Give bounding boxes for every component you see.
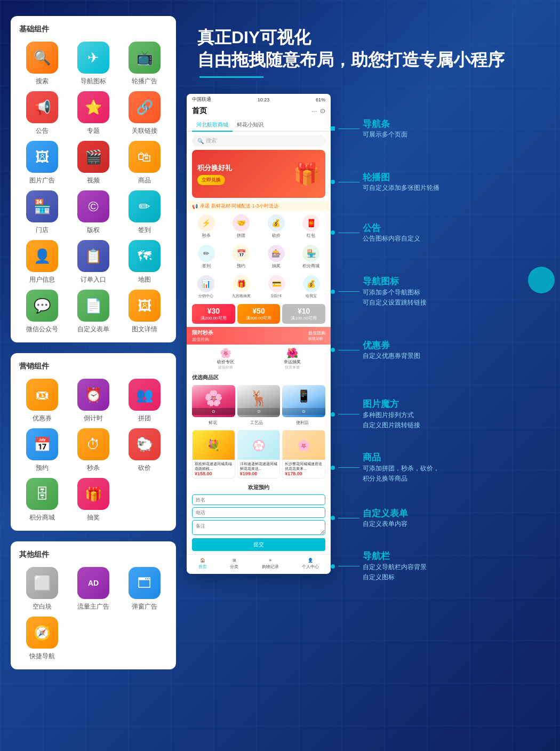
special-chop[interactable]: 🌸 砍价专区 超低价格 <box>217 347 234 370</box>
component-popup[interactable]: 🗔 弹窗广告 <box>122 567 167 611</box>
group-label: 拼团 <box>138 414 151 423</box>
component-imgtext[interactable]: 🖼 图文详情 <box>122 290 167 334</box>
annotation-carousel: 轮播图 可自定义添加多张图片轮播 <box>331 171 439 193</box>
component-booking[interactable]: 📅 预约 <box>19 428 65 473</box>
coupon-10[interactable]: ¥10 满100.00可用 <box>282 304 325 324</box>
component-points[interactable]: 🗄 积分商城 <box>19 478 65 522</box>
search-icon-phone: 🔍 <box>197 138 204 144</box>
phone-lottery-btn[interactable]: 🎰 抽奖 <box>268 245 285 269</box>
component-goods[interactable]: 🛍 商品 <box>122 141 167 185</box>
more-icon[interactable]: ··· <box>311 107 317 115</box>
component-topic[interactable]: ⭐ 专题 <box>70 91 116 135</box>
component-countdown[interactable]: ⏰ 倒计时 <box>70 379 116 423</box>
blank-label: 空白块 <box>33 602 52 611</box>
goods-name-2: 沣和速递鲜花速递同城鲜花花束送... <box>240 461 278 471</box>
marketing-components-grid: 🎟 优惠券 ⏰ 倒计时 👥 拼团 📅 预约 ⏱ 秒杀 <box>19 379 167 522</box>
component-notice[interactable]: 📢 公告 <box>19 91 65 135</box>
form-name-input[interactable] <box>192 494 325 505</box>
magic-flowers[interactable]: 🌸 ⊙ <box>192 385 235 417</box>
component-blank[interactable]: ⬜ 空白块 <box>19 567 65 611</box>
goods-card-2[interactable]: 💮 沣和速递鲜花速递同城鲜花花束送... ¥199.00 <box>237 430 281 478</box>
annotation-navicons-title: 导航图标 <box>363 275 427 287</box>
coupon-50-condition: 满300.00可用 <box>239 315 278 321</box>
phone-share-btn[interactable]: 📊 分销中心 <box>197 275 214 299</box>
goods-card-1[interactable]: 💐 双枝鲜花速递同城高端道路精梳... ¥158.00 <box>192 430 235 478</box>
component-copyright[interactable]: © 版权 <box>70 190 116 235</box>
phone-search-bar[interactable]: 🔍 搜索 <box>192 135 325 147</box>
component-video[interactable]: 🎬 视频 <box>70 141 116 185</box>
component-wechat[interactable]: 💬 微信公众号 <box>19 290 65 334</box>
banner-btn[interactable]: 立即兑换 <box>197 175 225 185</box>
bottom-nav-history[interactable]: ≡ 购物记录 <box>262 558 279 570</box>
component-lottery[interactable]: 🎁 抽奖 <box>70 478 116 522</box>
phone-img-magic-labels: 鲜花 工艺品 便利店 <box>187 419 331 428</box>
goods-label: 商品 <box>138 176 151 185</box>
phone-booking-btn[interactable]: 📅 预约 <box>233 245 250 269</box>
phone-status-bar: 中国联通 10:23 61% <box>187 94 331 104</box>
seckill-label: 秒杀 <box>87 464 100 473</box>
component-user[interactable]: 👤 用户信息 <box>19 240 65 284</box>
user-icon: 👤 <box>26 240 58 272</box>
component-coupon[interactable]: 🎟 优惠券 <box>19 379 65 423</box>
component-search[interactable]: 🔍 搜索 <box>19 42 65 86</box>
coupon-50[interactable]: ¥50 满300.00可用 <box>237 304 281 324</box>
phone-redpack-btn[interactable]: 🧧 红包 <box>302 214 319 238</box>
phone-points-btn[interactable]: 🏪 积分商城 <box>302 245 319 269</box>
phone-scrape-btn[interactable]: 💳 刮刮卡 <box>268 275 285 299</box>
bottom-nav-category[interactable]: ⊞ 分类 <box>230 558 238 570</box>
coupon-30[interactable]: ¥30 满200.00可用 <box>192 304 235 324</box>
form-phone-input[interactable] <box>192 507 325 518</box>
special-lottery[interactable]: 🌺 幸运抽奖 惊喜来袭 <box>284 347 301 370</box>
annotation-imgmagic-desc: 多种图片排列方式自定义图片跳转链接 <box>363 410 420 430</box>
phone-chop-btn[interactable]: 💰 砍价 <box>268 214 285 238</box>
coupon-icon: 🎟 <box>26 379 58 411</box>
component-map[interactable]: 🗺 地图 <box>122 240 167 284</box>
component-link[interactable]: 🔗 关联链接 <box>122 91 167 135</box>
copyright-icon: © <box>77 190 109 222</box>
target-icon[interactable]: ⊙ <box>320 107 325 115</box>
magic-flowers-icon: 🌸 <box>204 389 223 407</box>
component-order[interactable]: 📋 订单入口 <box>70 240 116 284</box>
phone-seckill-btn[interactable]: ⚡ 秒杀 <box>198 214 215 238</box>
magic-store[interactable]: 📱 ⊙ <box>282 385 325 417</box>
line-imgmagic <box>338 414 359 414</box>
component-store[interactable]: 🏪 门店 <box>19 190 65 235</box>
component-imgad[interactable]: 🖼 图片广告 <box>19 141 65 185</box>
component-signin[interactable]: ✏ 签到 <box>122 190 167 235</box>
component-group[interactable]: 👥 拼团 <box>122 379 167 423</box>
profile-nav-icon: 👤 <box>308 558 313 563</box>
magic-craft-badge: ⊙ <box>237 408 281 415</box>
magic-craft[interactable]: 🦌 ⊙ <box>237 385 281 417</box>
annotation-navbar2-desc: 自定义导航栏内容背景自定义图标 <box>363 562 427 582</box>
tab-mall[interactable]: 河北航歌商城 <box>192 119 233 132</box>
tab-knowledge[interactable]: 鲜花小知识 <box>233 119 268 131</box>
group-nav-icon: 🤝 <box>237 219 246 227</box>
phone-icons-row1: ⚡ 秒杀 🤝 拼团 💰 砍价 🧧 红包 <box>187 211 331 242</box>
phone-form-title: 欢迎预约 <box>192 484 325 491</box>
component-traffic[interactable]: AD 流量主广告 <box>70 567 116 611</box>
time: 10:23 <box>258 97 270 102</box>
component-seckill[interactable]: ⏱ 秒杀 <box>70 428 116 473</box>
phone-group-btn[interactable]: 🤝 拼团 <box>233 214 250 238</box>
component-nav-icon[interactable]: ✈ 导航图标 <box>70 42 116 86</box>
copyright-label: 版权 <box>87 226 100 235</box>
goods-card-3[interactable]: 🌸 长沙整花同城城速搭送优花花束来... ¥178.00 <box>282 430 325 478</box>
phone-grid-btn[interactable]: 🎁 九宫格抽奖 <box>232 275 251 299</box>
topic-label: 专题 <box>87 126 100 135</box>
component-customlist[interactable]: 📄 自定义表单 <box>70 290 116 334</box>
phone-signin-btn[interactable]: ✏ 签到 <box>198 245 215 269</box>
component-quicknav[interactable]: 🧭 快捷导航 <box>19 617 65 661</box>
form-submit-button[interactable]: 提交 <box>192 538 325 551</box>
bottom-nav-profile[interactable]: 👤 个人中心 <box>302 558 319 570</box>
magic-store-badge: ⊙ <box>282 408 325 415</box>
component-chop[interactable]: 🐑 砍价 <box>122 428 167 473</box>
component-carousel[interactable]: 📺 轮播广告 <box>122 42 167 86</box>
basic-components-title: 基础组件 <box>19 25 167 34</box>
form-note-input[interactable] <box>192 520 325 535</box>
annotation-imgmagic-title: 图片魔方 <box>363 398 420 410</box>
phone-wealth-btn[interactable]: 💰 给我宝 <box>303 275 320 299</box>
phone-form: 欢迎预约 提交 <box>187 481 331 554</box>
goods-info-1: 双枝鲜花速递同城高端道路精梳... ¥158.00 <box>193 460 235 478</box>
annotation-coupon-title: 优惠券 <box>363 339 420 351</box>
bottom-nav-home[interactable]: 🏠 首页 <box>198 558 207 570</box>
